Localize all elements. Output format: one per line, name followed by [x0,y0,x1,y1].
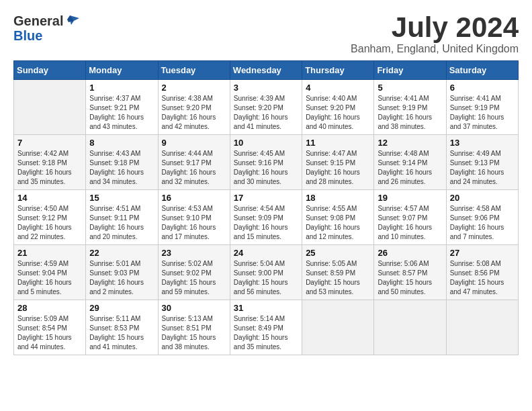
day-number: 4 [306,83,370,93]
day-number: 26 [378,248,442,258]
header-saturday: Saturday [446,61,518,80]
day-info: Sunrise: 4:37 AM Sunset: 9:21 PM Dayligh… [89,94,154,132]
day-cell: 15Sunrise: 4:51 AM Sunset: 9:11 PM Dayli… [86,190,158,245]
day-info: Sunrise: 4:43 AM Sunset: 9:18 PM Dayligh… [89,149,154,187]
week-row-4: 21Sunrise: 4:59 AM Sunset: 9:04 PM Dayli… [14,245,519,300]
page-header: General Blue July 2024 Banham, England, … [13,13,519,55]
day-info: Sunrise: 5:01 AM Sunset: 9:03 PM Dayligh… [89,259,154,297]
day-number: 24 [234,248,298,258]
day-cell: 21Sunrise: 4:59 AM Sunset: 9:04 PM Dayli… [14,245,86,300]
logo-blue-text: Blue [13,28,42,43]
day-number: 29 [89,303,154,313]
day-info: Sunrise: 4:50 AM Sunset: 9:12 PM Dayligh… [17,204,82,242]
day-number: 7 [17,138,82,148]
day-info: Sunrise: 4:54 AM Sunset: 9:09 PM Dayligh… [234,204,298,242]
day-number: 31 [234,303,298,313]
day-cell: 2Sunrise: 4:38 AM Sunset: 9:20 PM Daylig… [158,80,230,135]
week-row-5: 28Sunrise: 5:09 AM Sunset: 8:54 PM Dayli… [14,300,519,355]
day-info: Sunrise: 4:53 AM Sunset: 9:10 PM Dayligh… [162,204,226,242]
day-info: Sunrise: 5:14 AM Sunset: 8:49 PM Dayligh… [234,314,298,352]
day-info: Sunrise: 4:38 AM Sunset: 9:20 PM Dayligh… [162,94,226,132]
day-number: 15 [89,193,154,203]
logo-general-text: General [13,13,63,28]
day-info: Sunrise: 4:40 AM Sunset: 9:20 PM Dayligh… [306,94,370,132]
day-info: Sunrise: 4:58 AM Sunset: 9:06 PM Dayligh… [450,204,515,242]
week-row-1: 1Sunrise: 4:37 AM Sunset: 9:21 PM Daylig… [14,80,519,135]
day-number: 3 [234,83,298,93]
day-info: Sunrise: 4:44 AM Sunset: 9:17 PM Dayligh… [162,149,226,187]
day-number: 18 [306,193,370,203]
calendar-table: SundayMondayTuesdayWednesdayThursdayFrid… [13,60,519,355]
day-cell: 7Sunrise: 4:42 AM Sunset: 9:18 PM Daylig… [14,135,86,190]
day-cell: 29Sunrise: 5:11 AM Sunset: 8:53 PM Dayli… [86,300,158,355]
day-cell: 11Sunrise: 4:47 AM Sunset: 9:15 PM Dayli… [302,135,374,190]
day-cell: 19Sunrise: 4:57 AM Sunset: 9:07 PM Dayli… [374,190,446,245]
day-cell [14,80,86,135]
day-info: Sunrise: 5:04 AM Sunset: 9:00 PM Dayligh… [234,259,298,297]
day-number: 27 [450,248,515,258]
header-monday: Monday [86,61,158,80]
calendar-header-row: SundayMondayTuesdayWednesdayThursdayFrid… [14,61,519,80]
day-number: 22 [89,248,154,258]
day-cell [446,300,518,355]
day-info: Sunrise: 4:41 AM Sunset: 9:19 PM Dayligh… [378,94,442,132]
header-friday: Friday [374,61,446,80]
day-info: Sunrise: 4:41 AM Sunset: 9:19 PM Dayligh… [450,94,515,132]
title-area: July 2024 Banham, England, United Kingdo… [351,13,519,55]
day-number: 9 [162,138,226,148]
week-row-2: 7Sunrise: 4:42 AM Sunset: 9:18 PM Daylig… [14,135,519,190]
logo: General Blue [13,13,79,43]
day-number: 23 [162,248,226,258]
month-title: July 2024 [351,13,519,42]
day-info: Sunrise: 4:57 AM Sunset: 9:07 PM Dayligh… [378,204,442,242]
day-info: Sunrise: 5:11 AM Sunset: 8:53 PM Dayligh… [89,314,154,352]
day-cell: 6Sunrise: 4:41 AM Sunset: 9:19 PM Daylig… [446,80,518,135]
header-sunday: Sunday [14,61,86,80]
day-number: 16 [162,193,226,203]
day-cell: 23Sunrise: 5:02 AM Sunset: 9:02 PM Dayli… [158,245,230,300]
day-cell: 22Sunrise: 5:01 AM Sunset: 9:03 PM Dayli… [86,245,158,300]
day-info: Sunrise: 4:47 AM Sunset: 9:15 PM Dayligh… [306,149,370,187]
day-cell: 18Sunrise: 4:55 AM Sunset: 9:08 PM Dayli… [302,190,374,245]
day-number: 12 [378,138,442,148]
day-info: Sunrise: 4:55 AM Sunset: 9:08 PM Dayligh… [306,204,370,242]
day-number: 2 [162,83,226,93]
day-number: 28 [17,303,82,313]
day-info: Sunrise: 5:05 AM Sunset: 8:59 PM Dayligh… [306,259,370,297]
header-wednesday: Wednesday [230,61,302,80]
day-number: 17 [234,193,298,203]
day-cell [374,300,446,355]
day-cell: 31Sunrise: 5:14 AM Sunset: 8:49 PM Dayli… [230,300,302,355]
day-info: Sunrise: 5:06 AM Sunset: 8:57 PM Dayligh… [378,259,442,297]
day-cell: 27Sunrise: 5:08 AM Sunset: 8:56 PM Dayli… [446,245,518,300]
day-cell: 4Sunrise: 4:40 AM Sunset: 9:20 PM Daylig… [302,80,374,135]
day-cell: 13Sunrise: 4:49 AM Sunset: 9:13 PM Dayli… [446,135,518,190]
day-info: Sunrise: 5:02 AM Sunset: 9:02 PM Dayligh… [162,259,226,297]
day-info: Sunrise: 4:59 AM Sunset: 9:04 PM Dayligh… [17,259,82,297]
logo-bird-icon [64,13,79,28]
day-number: 11 [306,138,370,148]
day-info: Sunrise: 4:51 AM Sunset: 9:11 PM Dayligh… [89,204,154,242]
day-number: 6 [450,83,515,93]
day-info: Sunrise: 4:39 AM Sunset: 9:20 PM Dayligh… [234,94,298,132]
day-cell: 26Sunrise: 5:06 AM Sunset: 8:57 PM Dayli… [374,245,446,300]
day-cell: 30Sunrise: 5:13 AM Sunset: 8:51 PM Dayli… [158,300,230,355]
day-number: 25 [306,248,370,258]
week-row-3: 14Sunrise: 4:50 AM Sunset: 9:12 PM Dayli… [14,190,519,245]
day-info: Sunrise: 5:08 AM Sunset: 8:56 PM Dayligh… [450,259,515,297]
day-number: 5 [378,83,442,93]
day-cell: 28Sunrise: 5:09 AM Sunset: 8:54 PM Dayli… [14,300,86,355]
day-number: 8 [89,138,154,148]
header-tuesday: Tuesday [158,61,230,80]
day-cell: 16Sunrise: 4:53 AM Sunset: 9:10 PM Dayli… [158,190,230,245]
day-info: Sunrise: 4:49 AM Sunset: 9:13 PM Dayligh… [450,149,515,187]
day-info: Sunrise: 4:42 AM Sunset: 9:18 PM Dayligh… [17,149,82,187]
day-info: Sunrise: 4:48 AM Sunset: 9:14 PM Dayligh… [378,149,442,187]
day-cell: 24Sunrise: 5:04 AM Sunset: 9:00 PM Dayli… [230,245,302,300]
day-cell: 25Sunrise: 5:05 AM Sunset: 8:59 PM Dayli… [302,245,374,300]
day-cell: 12Sunrise: 4:48 AM Sunset: 9:14 PM Dayli… [374,135,446,190]
day-cell: 20Sunrise: 4:58 AM Sunset: 9:06 PM Dayli… [446,190,518,245]
day-cell: 17Sunrise: 4:54 AM Sunset: 9:09 PM Dayli… [230,190,302,245]
day-cell: 14Sunrise: 4:50 AM Sunset: 9:12 PM Dayli… [14,190,86,245]
day-cell: 10Sunrise: 4:45 AM Sunset: 9:16 PM Dayli… [230,135,302,190]
